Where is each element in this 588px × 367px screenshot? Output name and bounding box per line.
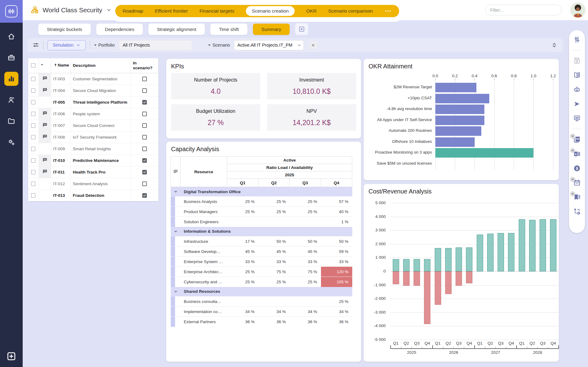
- scenario-select[interactable]: Active.All IT Projects.IT_PM: [234, 40, 304, 50]
- sidebar-item-portfolios[interactable]: [4, 51, 18, 65]
- in-scenario-checkbox[interactable]: [142, 88, 147, 93]
- capacity-row[interactable]: Product Managers25 %25 %25 %40 %: [171, 207, 352, 217]
- description-column-header[interactable]: Description: [71, 58, 131, 73]
- chevron-down-icon[interactable]: [106, 7, 112, 13]
- in-scenario-checkbox[interactable]: [142, 158, 147, 163]
- in-scenario-checkbox[interactable]: [142, 147, 147, 151]
- comment-cell[interactable]: [39, 131, 51, 143]
- name-column-header[interactable]: Name: [51, 58, 71, 73]
- tab-financial-targets[interactable]: Financial targets: [200, 8, 235, 14]
- capacity-row[interactable]: Software Develop…45 %45 %45 %59 %: [171, 247, 352, 257]
- portfolio-input[interactable]: [119, 40, 192, 50]
- tab-roadmap[interactable]: Roadmap: [123, 8, 143, 14]
- filter-input[interactable]: [485, 5, 562, 15]
- group-expander-cell[interactable]: [171, 187, 181, 197]
- filter-settings-icon[interactable]: [32, 42, 39, 48]
- group-expander-cell[interactable]: [171, 287, 181, 296]
- subtab-strategic-alignment[interactable]: Strategic alignment: [148, 24, 205, 35]
- chevron-badge-icon[interactable]: [570, 148, 575, 153]
- group-expander-cell[interactable]: [171, 227, 181, 236]
- in-scenario-checkbox[interactable]: [142, 182, 147, 186]
- avatar[interactable]: [570, 2, 586, 18]
- comment-icon[interactable]: [42, 75, 48, 81]
- tab-okr[interactable]: OKR: [306, 8, 317, 14]
- table-row[interactable]: IT-006People system: [28, 108, 158, 120]
- comment-icon[interactable]: [42, 110, 48, 116]
- in-scenario-checkbox[interactable]: [142, 170, 147, 174]
- expand-chevron-icon[interactable]: [173, 189, 178, 194]
- table-row[interactable]: IT-010Predictive Maintenance: [28, 155, 158, 166]
- in-scenario-checkbox[interactable]: [142, 77, 147, 81]
- in-scenario-column-header[interactable]: In scenario?: [131, 58, 158, 73]
- add-view-button[interactable]: [295, 23, 308, 35]
- sidebar-item-home[interactable]: [4, 29, 18, 44]
- row-select-checkbox[interactable]: [31, 88, 36, 93]
- table-row[interactable]: IT-011Health Track Pro: [28, 166, 158, 178]
- monitor-settings-icon[interactable]: [573, 114, 581, 122]
- chevron-badge-icon[interactable]: [570, 191, 575, 196]
- capacity-menu-header[interactable]: [171, 157, 181, 187]
- row-select-checkbox[interactable]: [31, 158, 36, 163]
- table-row[interactable]: IT-007Secure Cloud Connect: [28, 120, 158, 131]
- table-row[interactable]: IT-013Fraud Detection: [28, 189, 158, 201]
- row-select-checkbox[interactable]: [31, 182, 36, 186]
- table-row[interactable]: IT-012Sentiment Analysis: [28, 178, 158, 189]
- portfolio-title-group[interactable]: World Class Security: [31, 0, 112, 20]
- clear-scenario-button[interactable]: [309, 41, 317, 49]
- row-select-checkbox[interactable]: [31, 123, 36, 128]
- comment-icon[interactable]: [42, 87, 48, 93]
- plus-square-icon[interactable]: [6, 351, 17, 361]
- capacity-row[interactable]: Business Analysts25 %25 %25 %57 %: [171, 197, 352, 207]
- in-scenario-checkbox[interactable]: [142, 112, 147, 116]
- table-row[interactable]: IT-008IoT Security Framework: [28, 131, 158, 143]
- chevron-badge-icon[interactable]: [570, 177, 575, 182]
- table-row[interactable]: IT-004Secure Cloud Migration: [28, 85, 158, 96]
- robot-icon[interactable]: [573, 86, 581, 94]
- comment-cell[interactable]: [39, 120, 51, 131]
- row-select-checkbox[interactable]: [31, 147, 36, 151]
- subtab-summary[interactable]: Summary: [253, 24, 290, 35]
- book-icon[interactable]: [573, 71, 581, 79]
- row-select-checkbox[interactable]: [31, 135, 36, 140]
- scenario-dropdown-label[interactable]: Scenario: [208, 43, 230, 48]
- report-icon[interactable]: [573, 193, 581, 201]
- in-scenario-checkbox[interactable]: [142, 100, 147, 105]
- table-row[interactable]: IT-005Threat Intelligence Platform: [28, 96, 158, 108]
- sidebar-item-analytics[interactable]: [4, 72, 18, 86]
- comment-cell[interactable]: [39, 155, 51, 166]
- sliders-vertical-icon[interactable]: [573, 36, 581, 44]
- capacity-row[interactable]: Cybersecurity and …25 %25 %25 %105 %: [171, 277, 352, 287]
- table-row[interactable]: IT-003Customer Segmentation: [28, 73, 158, 85]
- row-select-checkbox[interactable]: [31, 170, 36, 174]
- in-scenario-checkbox[interactable]: [142, 135, 147, 140]
- sidebar-item-settings[interactable]: [4, 135, 18, 149]
- capacity-group-row[interactable]: Digital Transformation Office: [171, 187, 352, 197]
- comment-icon[interactable]: [42, 134, 48, 140]
- capacity-group-row[interactable]: Information & Solutions: [171, 227, 352, 236]
- capacity-row[interactable]: Implementation co…34 %34 %34 %34 %: [171, 307, 352, 317]
- export-pdf-icon[interactable]: PDF: [573, 136, 581, 143]
- capacity-row[interactable]: Enterprise System …33 %33 %33 %33 %: [171, 257, 352, 267]
- table-row[interactable]: IT-009Smart Retail Insights: [28, 143, 158, 155]
- subtab-dependencies[interactable]: Dependencies: [96, 24, 143, 35]
- capacity-row[interactable]: External Partners36 %36 %36 %36 %: [171, 317, 352, 327]
- comment-icon[interactable]: [42, 122, 48, 128]
- select-all-checkbox[interactable]: [31, 63, 36, 68]
- dollar-icon[interactable]: $: [573, 164, 581, 172]
- row-select-checkbox[interactable]: [31, 112, 36, 116]
- comment-cell[interactable]: [39, 73, 51, 85]
- in-scenario-checkbox[interactable]: [142, 193, 147, 198]
- capacity-group-row[interactable]: Shared Resources: [171, 287, 352, 296]
- expand-chevron-icon[interactable]: [173, 289, 178, 294]
- row-select-checkbox[interactable]: [31, 193, 36, 198]
- comment-icon[interactable]: [42, 169, 48, 174]
- calendar-icon[interactable]: [573, 179, 581, 187]
- sidebar-item-projects[interactable]: [4, 114, 18, 128]
- subtab-time-shift[interactable]: Time shift: [210, 24, 247, 35]
- capacity-row[interactable]: Business consulta…25 %: [171, 296, 352, 307]
- export-excel-icon[interactable]: X: [573, 150, 581, 158]
- tab-scenario-creation[interactable]: Scenario creation: [246, 6, 295, 16]
- comment-cell[interactable]: [39, 108, 51, 120]
- chevron-badge-icon[interactable]: [570, 134, 575, 139]
- workflow-gear-icon[interactable]: [573, 208, 581, 216]
